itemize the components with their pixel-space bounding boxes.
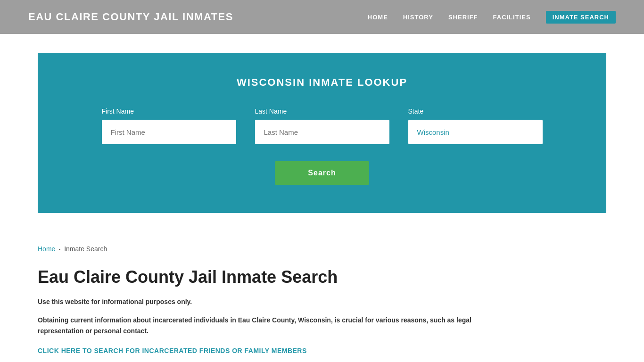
- nav-home[interactable]: HOME: [368, 14, 388, 21]
- inmate-lookup-section: WISCONSIN INMATE LOOKUP First Name Last …: [38, 53, 606, 213]
- breadcrumb-separator: •: [59, 247, 60, 251]
- nav-inmate-search[interactable]: INMATE SEARCH: [546, 11, 616, 24]
- page-title: Eau Claire County Jail Inmate Search: [38, 267, 606, 287]
- body-text: Obtaining current information about inca…: [38, 315, 500, 337]
- breadcrumb: Home • Inmate Search: [0, 232, 644, 257]
- breadcrumb-current-page: Inmate Search: [64, 245, 107, 253]
- lookup-title: WISCONSIN INMATE LOOKUP: [66, 76, 578, 89]
- first-name-input[interactable]: [102, 120, 236, 144]
- first-name-group: First Name: [102, 107, 236, 144]
- site-header: EAU CLAIRE COUNTY JAIL INMATES HOME HIST…: [0, 0, 644, 34]
- main-content: Eau Claire County Jail Inmate Search Use…: [0, 257, 644, 362]
- breadcrumb-home-link[interactable]: Home: [38, 245, 55, 253]
- state-label: State: [408, 107, 543, 115]
- info-text: Use this website for informational purpo…: [38, 296, 606, 307]
- site-title: EAU CLAIRE COUNTY JAIL INMATES: [28, 11, 233, 23]
- search-button-row: Search: [66, 161, 578, 185]
- last-name-group: Last Name: [255, 107, 389, 144]
- last-name-input[interactable]: [255, 120, 389, 144]
- cta-search-link[interactable]: CLICK HERE to Search for Incarcerated Fr…: [38, 347, 307, 354]
- state-group: State: [408, 107, 543, 144]
- last-name-label: Last Name: [255, 107, 389, 115]
- search-button[interactable]: Search: [275, 161, 369, 185]
- state-input[interactable]: [408, 120, 543, 144]
- first-name-label: First Name: [102, 107, 236, 115]
- search-fields-row: First Name Last Name State: [66, 107, 578, 144]
- nav-facilities[interactable]: FACILITIES: [493, 14, 531, 21]
- main-nav: HOME HISTORY SHERIFF FACILITIES INMATE S…: [368, 11, 616, 24]
- nav-sheriff[interactable]: SHERIFF: [448, 14, 478, 21]
- nav-history[interactable]: HISTORY: [403, 14, 433, 21]
